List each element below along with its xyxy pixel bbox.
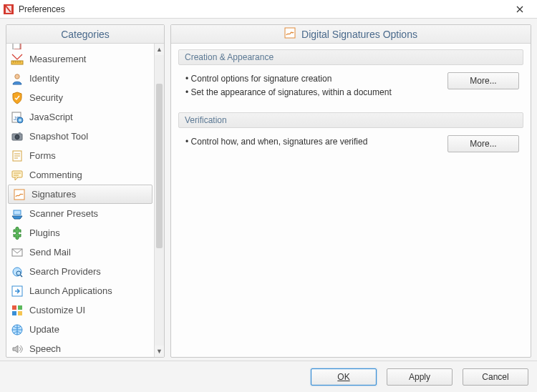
svg-rect-19 — [18, 305, 22, 310]
sidebar-item-search-providers[interactable]: Search Providers — [6, 262, 154, 281]
categories-panel: Categories Convert from PDFMeasurementId… — [6, 24, 165, 358]
globe-icon — [11, 323, 24, 336]
sidebar-item-label: Forms — [29, 150, 56, 161]
sidebar-item-convert-from-pdf[interactable]: Convert from PDF — [6, 44, 154, 49]
sidebar-item-scanner-presets[interactable]: Scanner Presets — [6, 204, 154, 223]
puzzle-icon — [11, 227, 24, 240]
svg-rect-18 — [12, 305, 16, 310]
categories-header: Categories — [6, 25, 164, 44]
svg-rect-13 — [14, 210, 21, 215]
scanner-icon — [11, 207, 24, 220]
main-body: Creation & AppearanceControl options for… — [171, 44, 531, 171]
sidebar-item-send-mail[interactable]: Send Mail — [6, 242, 154, 262]
sidebar-item-commenting[interactable]: Commenting — [6, 165, 154, 185]
scroll-down-button[interactable]: ▼ — [155, 346, 164, 357]
app-icon — [3, 4, 14, 15]
more-button[interactable]: More... — [448, 72, 519, 89]
sidebar-item-signatures[interactable]: Signatures — [8, 185, 153, 204]
sidebar-item-speech[interactable]: Speech — [6, 339, 154, 357]
window-title: Preferences — [19, 4, 65, 14]
sidebar-scrollbar[interactable]: ▲ ▼ — [154, 44, 164, 357]
svg-rect-11 — [12, 171, 22, 177]
sidebar-item-label: Customize UI — [29, 305, 85, 315]
svg-rect-9 — [19, 132, 21, 134]
customize-icon — [11, 304, 24, 317]
js-icon: JS — [11, 111, 24, 124]
main-panel-header: Digital Signatures Options — [171, 25, 531, 44]
comment-icon — [11, 169, 24, 182]
sidebar-item-snapshot-tool[interactable]: Snapshot Tool — [6, 127, 154, 146]
sidebar-item-javascript[interactable]: JSJavaScript — [6, 107, 154, 127]
sidebar-item-label: Security — [29, 92, 63, 103]
apply-button[interactable]: Apply — [387, 368, 453, 386]
main-panel: Digital Signatures Options Creation & Ap… — [170, 24, 531, 358]
launch-icon — [11, 285, 24, 298]
svg-point-8 — [15, 134, 19, 139]
group-body: Control how, and when, signatures are ve… — [178, 128, 523, 157]
bullet-text: Set the appearance of signatures, within… — [185, 86, 440, 99]
scroll-track[interactable] — [155, 55, 164, 346]
main-panel-title: Digital Signatures Options — [301, 29, 417, 40]
person-icon — [11, 72, 24, 85]
svg-rect-2 — [11, 61, 23, 64]
sidebar-item-label: Search Providers — [29, 266, 101, 277]
camera-icon — [11, 130, 24, 143]
sidebar-item-label: Commenting — [29, 170, 82, 180]
signature-icon — [13, 188, 26, 201]
group-verification: VerificationControl how, and when, signa… — [178, 112, 523, 157]
scroll-up-button[interactable]: ▲ — [155, 44, 164, 55]
sidebar-item-label: Speech — [29, 343, 61, 354]
search-providers-icon — [11, 265, 24, 278]
sidebar-item-plugins[interactable]: Plugins — [6, 223, 154, 242]
cancel-button[interactable]: Cancel — [463, 368, 528, 386]
speaker-icon — [11, 343, 24, 356]
svg-point-3 — [15, 74, 19, 78]
sidebar-item-forms[interactable]: Forms — [6, 146, 154, 165]
svg-rect-20 — [12, 311, 16, 315]
categories-list-wrap: Convert from PDFMeasurementIdentitySecur… — [6, 44, 164, 357]
bullet-text: Control how, and when, signatures are ve… — [185, 135, 440, 149]
sidebar-item-launch-applications[interactable]: Launch Applications — [6, 281, 154, 300]
signature-icon — [284, 27, 296, 41]
sidebar-item-customize-ui[interactable]: Customize UI — [6, 300, 154, 320]
sidebar-item-label: Update — [29, 324, 59, 335]
shield-icon — [11, 92, 24, 104]
group-bullets: Control options for signature creationSe… — [183, 72, 440, 99]
sidebar-item-label: Measurement — [29, 54, 86, 64]
ok-button[interactable]: OK — [311, 368, 377, 386]
group-header: Creation & Appearance — [178, 49, 523, 65]
scroll-thumb[interactable] — [156, 84, 163, 248]
titlebar: Preferences — [0, 0, 537, 19]
sidebar-item-label: Scanner Presets — [29, 208, 98, 219]
sidebar-item-label: Snapshot Tool — [29, 131, 88, 142]
svg-rect-1 — [13, 44, 20, 49]
sidebar-item-security[interactable]: Security — [6, 88, 154, 107]
sidebar-item-identity[interactable]: Identity — [6, 69, 154, 88]
group-header: Verification — [178, 112, 523, 128]
sidebar-item-label: Signatures — [32, 189, 76, 200]
bullet-text: Control options for signature creation — [185, 72, 440, 86]
sidebar-item-label: Convert from PDF — [29, 44, 105, 45]
more-button[interactable]: More... — [448, 135, 519, 152]
sidebar-item-label: Plugins — [29, 227, 60, 238]
ruler-icon — [11, 53, 24, 66]
mail-icon — [11, 246, 24, 259]
close-button[interactable] — [505, 0, 534, 19]
content-area: Categories Convert from PDFMeasurementId… — [0, 19, 537, 361]
svg-rect-21 — [18, 311, 22, 315]
group-body: Control options for signature creationSe… — [178, 65, 523, 104]
convert-icon — [11, 44, 24, 49]
sidebar-item-label: Send Mail — [29, 247, 71, 258]
group-bullets: Control how, and when, signatures are ve… — [183, 135, 440, 149]
categories-list: Convert from PDFMeasurementIdentitySecur… — [6, 44, 164, 357]
forms-icon — [11, 150, 24, 162]
dialog-footer: OK Apply Cancel — [0, 361, 537, 392]
sidebar-item-update[interactable]: Update — [6, 320, 154, 339]
sidebar-item-label: Identity — [29, 73, 59, 84]
group-creation-appearance: Creation & AppearanceControl options for… — [178, 49, 523, 104]
sidebar-item-measurement[interactable]: Measurement — [6, 49, 154, 69]
sidebar-item-label: Launch Applications — [29, 285, 112, 296]
sidebar-item-label: JavaScript — [29, 112, 73, 122]
